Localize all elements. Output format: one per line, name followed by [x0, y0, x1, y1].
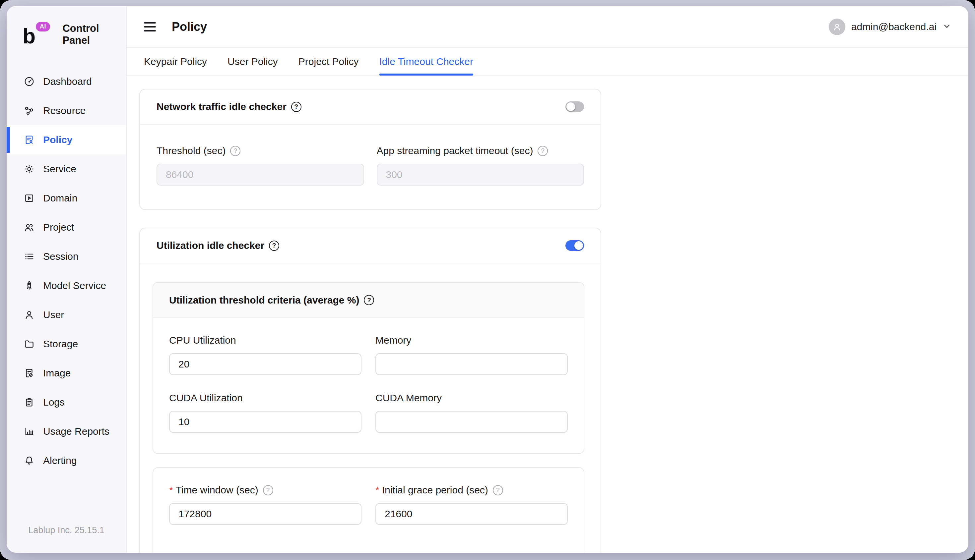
sidebar-item-model-service[interactable]: Model Service	[7, 271, 126, 300]
sidebar-item-dashboard[interactable]: Dashboard	[7, 67, 126, 96]
sidebar-item-storage[interactable]: Storage	[7, 329, 126, 358]
network-card-title: Network traffic idle checker	[157, 101, 286, 112]
threshold-criteria-body: CPU Utilization Memory CUDA Utilization	[153, 318, 584, 453]
sidebar-item-project[interactable]: Project	[7, 213, 126, 242]
tab-user-policy[interactable]: User Policy	[227, 48, 278, 75]
time-window-input[interactable]	[169, 503, 361, 525]
utilization-card-title: Utilization idle checker	[157, 240, 264, 251]
user-menu[interactable]: admin@backend.ai	[829, 18, 951, 35]
team-icon	[23, 222, 35, 233]
time-window-label: Time window (sec)	[169, 485, 258, 496]
grace-period-field: Initial grace period (sec)	[375, 485, 568, 525]
threshold-criteria-header: Utilization threshold criteria (average …	[153, 283, 584, 318]
sidebar-item-resource[interactable]: Resource	[7, 96, 126, 125]
user-icon	[23, 309, 35, 321]
threshold-criteria-title: Utilization threshold criteria (average …	[169, 295, 359, 306]
sidebar-item-image[interactable]: Image	[7, 358, 126, 388]
sidebar-item-label: Service	[43, 163, 76, 175]
help-icon[interactable]	[269, 240, 279, 251]
sidebar-item-alerting[interactable]: Alerting	[7, 446, 126, 475]
sidebar-item-usage-reports[interactable]: Usage Reports	[7, 417, 126, 446]
toggle-knob	[574, 241, 583, 250]
help-icon[interactable]	[291, 102, 301, 112]
cpu-utilization-field: CPU Utilization	[169, 335, 361, 375]
app-streaming-timeout-input	[377, 164, 584, 185]
grace-period-input[interactable]	[375, 503, 568, 525]
app-streaming-timeout-field: App streaming packet timeout (sec)	[377, 145, 584, 185]
memory-label: Memory	[375, 335, 568, 346]
sidebar-item-label: Image	[43, 367, 71, 379]
threshold-label: Threshold (sec)	[157, 145, 226, 157]
user-email: admin@backend.ai	[851, 21, 937, 32]
sidebar-item-label: Model Service	[43, 280, 106, 291]
app-streaming-label-row: App streaming packet timeout (sec)	[377, 145, 584, 157]
bar-chart-icon	[23, 425, 35, 437]
gear-icon	[23, 163, 35, 175]
threshold-input	[157, 164, 364, 185]
cpu-utilization-label: CPU Utilization	[169, 335, 361, 346]
sidebar-item-label: Resource	[43, 105, 85, 116]
sidebar-item-label: Alerting	[43, 455, 77, 466]
tab-keypair-policy[interactable]: Keypair Policy	[144, 48, 207, 75]
tab-idle-timeout-checker[interactable]: Idle Timeout Checker	[380, 48, 473, 75]
sidebar-item-logs[interactable]: Logs	[7, 388, 126, 417]
toggle-knob	[567, 102, 575, 111]
sidebar-item-domain[interactable]: Domain	[7, 183, 126, 213]
sidebar-item-label: Policy	[43, 134, 72, 145]
sidebar-item-label: Session	[43, 251, 79, 262]
sidebar-item-label: Dashboard	[43, 76, 92, 87]
network-idle-checker-card: Network traffic idle checker Threshold (…	[139, 89, 601, 210]
network-card-title-row: Network traffic idle checker	[157, 101, 301, 112]
avatar	[829, 18, 845, 35]
threshold-label-row: Threshold (sec)	[157, 145, 364, 157]
network-idle-checker-toggle[interactable]	[565, 102, 584, 112]
cpu-utilization-input[interactable]	[169, 353, 361, 375]
sidebar-item-policy[interactable]: Policy	[7, 125, 126, 154]
sidebar-item-label: Storage	[43, 338, 78, 350]
utilization-idle-checker-toggle[interactable]	[565, 240, 584, 251]
utilization-idle-checker-card: Utilization idle checker Utilization thr…	[139, 228, 601, 553]
policy-tabs: Keypair Policy User Policy Project Polic…	[127, 48, 968, 75]
help-icon[interactable]	[364, 295, 374, 305]
sidebar-toggle-button[interactable]	[144, 22, 156, 32]
nodes-icon	[23, 105, 35, 117]
sidebar-item-user[interactable]: User	[7, 300, 126, 329]
memory-field: Memory	[375, 335, 568, 375]
timing-card: Time window (sec) Initial grace period (…	[152, 467, 584, 553]
backend-ai-logo: b AI	[23, 23, 58, 47]
sidebar-item-session[interactable]: Session	[7, 242, 126, 271]
cuda-memory-input[interactable]	[375, 411, 568, 433]
page-title: Policy	[172, 20, 207, 34]
time-window-label-row: Time window (sec)	[169, 485, 361, 496]
help-icon[interactable]	[230, 146, 241, 156]
policy-icon	[23, 134, 35, 146]
app-streaming-label: App streaming packet timeout (sec)	[377, 145, 533, 157]
sidebar-item-label: User	[43, 309, 64, 320]
cuda-utilization-field: CUDA Utilization	[169, 392, 361, 433]
time-window-field: Time window (sec)	[169, 485, 361, 525]
timing-card-body: Time window (sec) Initial grace period (…	[153, 468, 584, 545]
cuda-utilization-input[interactable]	[169, 411, 361, 433]
sidebar-nav: Dashboard Resource Policy Service Domain…	[7, 67, 126, 475]
utilization-card-header: Utilization idle checker	[140, 228, 600, 263]
utilization-card-title-row: Utilization idle checker	[157, 240, 279, 251]
memory-input[interactable]	[375, 353, 568, 375]
cuda-memory-field: CUDA Memory	[375, 392, 568, 433]
tab-project-policy[interactable]: Project Policy	[298, 48, 359, 75]
logo-letter: b	[23, 26, 35, 47]
help-icon[interactable]	[263, 485, 273, 495]
network-card-header: Network traffic idle checker	[140, 90, 600, 125]
sidebar-item-service[interactable]: Service	[7, 154, 126, 183]
gauge-icon	[23, 75, 35, 87]
cuda-utilization-label: CUDA Utilization	[169, 392, 361, 403]
help-icon[interactable]	[538, 146, 548, 156]
utilization-card-body: Utilization threshold criteria (average …	[140, 263, 600, 553]
grace-period-label-row: Initial grace period (sec)	[375, 485, 568, 496]
brand-logo: b AI Control Panel	[7, 6, 126, 47]
help-icon[interactable]	[493, 485, 503, 495]
tab-content: Network traffic idle checker Threshold (…	[127, 75, 968, 553]
list-icon	[23, 250, 35, 262]
rocket-icon	[23, 280, 35, 292]
threshold-criteria-card: Utilization threshold criteria (average …	[152, 282, 584, 454]
threshold-field: Threshold (sec)	[157, 145, 364, 185]
